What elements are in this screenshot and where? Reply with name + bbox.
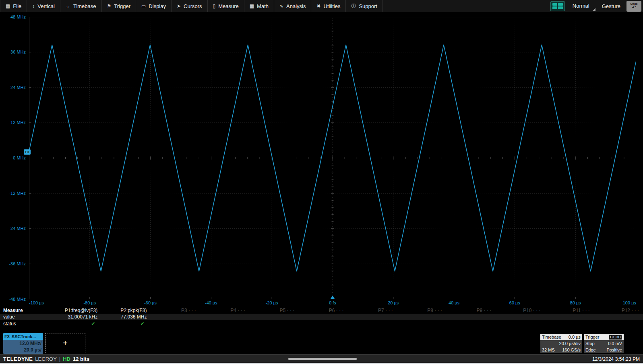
x-axis-tick-label: -40 µs [205,300,217,305]
grid-display-button[interactable] [550,1,565,11]
datetime-display: 12/3/2024 3:54:23 PM [592,356,640,362]
measure-param-header[interactable]: P2:pkpk(F3) [101,308,151,313]
y-axis-tick-label: -24 MHz [1,226,26,231]
menu-item-label: Math [257,3,269,9]
measure-param-header[interactable]: P10 · · · [495,308,544,313]
menu-item-vertical[interactable]: ↕Vertical [27,0,60,12]
trigger-mode-row: Stop 0.0 mV [584,340,624,347]
menu-item-trigger[interactable]: ⚑Trigger [102,0,136,12]
status-ok-icon: ✔ [52,321,101,327]
trigger-slope: Positive [606,347,622,352]
menu-item-file[interactable]: ▤File [0,0,27,12]
x-axis-tick-label: 40 µs [449,300,459,305]
y-axis-tick-label: 24 MHz [1,85,26,90]
display-mode-dropdown[interactable]: Normal [571,1,596,11]
timebase-title: Timebase [542,335,561,339]
f3-horizontal-scale: 20.0 µs/ [3,347,41,353]
measure-param-value: 77.036 MHz [101,314,151,320]
trigger-source-badge: C1 DC [609,335,622,340]
scope-display: F3 48 MHz36 MHz24 MHz12 MHz0 MHz-12 MHz-… [0,12,643,307]
measure-param-header[interactable]: P3 · · · [151,308,200,313]
menu-item-display[interactable]: ▭Display [136,0,172,12]
y-axis-tick-label: 48 MHz [1,14,26,19]
y-axis-tick-label: 0 MHz [1,155,26,160]
y-axis-tick-label: -12 MHz [1,191,26,196]
support-icon: ⓘ [351,4,356,8]
file-icon: ▤ [6,4,10,8]
menu-item-label: Display [149,3,166,9]
menubar: ▤File↕Vertical↔Timebase⚑Trigger▭Display➤… [0,0,643,12]
vertical-icon: ↕ [32,4,35,8]
display-icon: ▭ [141,4,146,8]
x-axis-tick-label: 0 fs [329,300,336,305]
measure-param-header[interactable]: P12 · · · [594,308,643,313]
measure-row-label: Measure [0,308,52,313]
f3-zero-level-badge[interactable]: F3 [24,149,31,155]
measure-param-header[interactable]: P1:freq@lv(F3) [52,308,101,313]
menu-item-measure[interactable]: ▯Measure [208,0,244,12]
measure-param-value: 31.00071 kHz [52,314,101,320]
x-axis-tick-label: 80 µs [570,300,581,305]
menu-item-label: Cursors [184,3,202,9]
utilities-icon: ✖ [316,4,320,8]
timebase-descriptor[interactable]: Timebase 0.0 µs 20.0 µs/div 32 MS 160 GS… [540,334,582,353]
f3-trace-header: F3 SSCTrack... [3,333,43,340]
trigger-type-row: Edge Positive [584,347,624,353]
trigger-type: Edge [585,347,596,352]
f3-trace-descriptor[interactable]: F3 SSCTrack... 12.0 MHz/ 20.0 µs/ [3,333,43,354]
y-axis-tick-label: -36 MHz [1,261,26,266]
menu-item-label: Utilities [324,3,341,9]
brand-logo: TELEDYNE LECROY | HD 12 bits [3,356,89,362]
value-row-label: value [0,314,52,320]
menu-item-label: Timebase [73,3,96,9]
menu-item-analysis[interactable]: ∿Analysis [274,0,311,12]
brand-teledyne: TELEDYNE [3,356,33,362]
display-mode-label: Normal [573,3,589,9]
menu-item-label: Measure [218,3,239,9]
menu-item-math[interactable]: ▦Math [244,0,274,12]
trigger-title: Trigger [585,335,599,339]
menu-item-label: Analysis [286,3,306,9]
menubar-items: ▤File↕Vertical↔Timebase⚑Trigger▭Display➤… [0,0,383,12]
trigger-descriptor[interactable]: Trigger C1 DC Stop 0.0 mV Edge Positive [584,334,624,353]
measure-param-header[interactable]: P8 · · · [397,308,446,313]
x-axis-tick-label: 100 µs [623,300,636,305]
menu-item-timebase[interactable]: ↔Timebase [60,0,102,12]
status-row-label: status [0,321,52,327]
trigger-level: 0.0 mV [608,341,622,346]
measure-param-header[interactable]: P5 · · · [249,308,298,313]
trigger-mode: Stop [585,341,595,346]
timebase-offset: 0.0 µs [569,335,581,339]
math-icon: ▦ [250,4,254,8]
measure-icon: ▯ [213,4,216,8]
timebase-scale: 20.0 µs/div [559,341,581,346]
f3-vertical-scale: 12.0 MHz/ [3,340,41,347]
undo-button[interactable]: Undo ↶ [626,1,641,12]
measure-param-header[interactable]: P7 · · · [348,308,397,313]
measure-value-row: value 31.00071 kHz77.036 MHz [0,314,643,320]
brand-lecroy: LECROY [35,356,56,362]
measure-param-header[interactable]: P4 · · · [200,308,249,313]
gesture-label: Gesture [602,3,620,9]
bits-label: 12 bits [73,356,89,362]
bottom-strip: F3 SSCTrack... 12.0 MHz/ 20.0 µs/ + Time… [0,327,643,354]
measure-param-header[interactable]: P11 · · · [545,308,594,313]
menu-item-label: File [13,3,21,9]
status-bar: TELEDYNE LECROY | HD 12 bits 12/3/2024 3… [0,354,643,364]
menu-item-support[interactable]: ⓘSupport [346,0,383,12]
waveform-plot-area[interactable]: F3 [29,17,636,299]
measure-param-header[interactable]: P6 · · · [298,308,347,313]
measure-table: Measure P1:freq@lv(F3)P2:pkpk(F3)P3 · · … [0,307,643,327]
add-trace-button[interactable]: + [45,333,85,353]
measure-header-row: Measure P1:freq@lv(F3)P2:pkpk(F3)P3 · · … [0,307,643,314]
y-axis-tick-label: 36 MHz [1,50,26,54]
measure-status-row: status ✔✔ [0,320,643,327]
measure-param-header[interactable]: P9 · · · [446,308,495,313]
analysis-icon: ∿ [279,4,283,8]
menu-item-utilities[interactable]: ✖Utilities [311,0,346,12]
oscilloscope-app: ▤File↕Vertical↔Timebase⚑Trigger▭Display➤… [0,0,643,364]
menu-item-label: Vertical [37,3,55,9]
f3-trace-scales: 12.0 MHz/ 20.0 µs/ [3,340,43,354]
menu-item-cursors[interactable]: ➤Cursors [172,0,208,12]
horizontal-scrollbar-handle[interactable] [288,358,357,360]
